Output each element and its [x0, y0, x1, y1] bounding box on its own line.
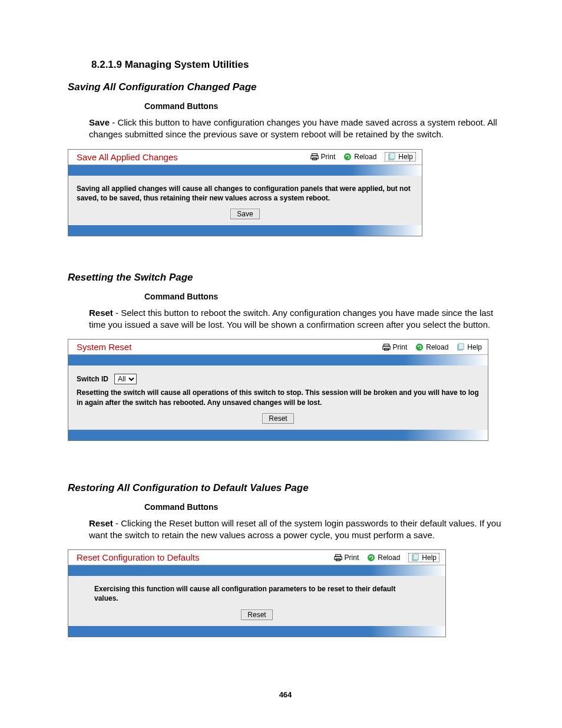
blue-bar	[68, 565, 445, 576]
command-buttons-label: Command Buttons	[144, 292, 503, 301]
save-button[interactable]: Save	[230, 209, 259, 219]
help-label: Help	[422, 554, 437, 562]
print-label: Print	[345, 554, 359, 562]
svg-rect-5	[390, 153, 395, 159]
help-icon	[411, 554, 419, 562]
svg-rect-1	[310, 156, 318, 159]
reset-defaults-button[interactable]: Reset	[241, 610, 272, 620]
panel-header: System Reset Print Reload Help	[68, 340, 488, 355]
reset-label-bold: Reset	[89, 308, 113, 318]
print-label: Print	[321, 153, 336, 161]
svg-rect-11	[459, 344, 464, 350]
help-label: Help	[398, 153, 413, 161]
subsection-title-reset: Resetting the Switch Page	[68, 272, 503, 284]
panel-toolbar: Print Reload Help	[310, 152, 416, 162]
reload-icon	[415, 343, 424, 351]
save-description: Save - Click this button to have configu…	[89, 117, 503, 141]
help-button[interactable]: Help	[408, 553, 439, 562]
blue-bar	[68, 430, 488, 440]
blue-bar	[68, 626, 445, 637]
subsection-title-restore: Restoring All Configuration to Default V…	[68, 482, 503, 494]
save-panel: Save All Applied Changes Print Reload He…	[68, 149, 422, 236]
svg-rect-17	[414, 554, 419, 560]
command-buttons-label: Command Buttons	[144, 101, 503, 111]
blue-bar	[68, 225, 422, 236]
reload-button[interactable]: Reload	[343, 153, 376, 161]
page-number: 464	[68, 690, 503, 699]
print-icon	[382, 343, 391, 351]
reload-label: Reload	[378, 554, 400, 562]
svg-point-3	[345, 153, 351, 160]
subsection-title-save: Saving All Configuration Changed Page	[68, 81, 503, 93]
panel-header: Reset Configuration to Defaults Print Re…	[68, 550, 445, 565]
reset-defaults-panel: Reset Configuration to Defaults Print Re…	[68, 549, 446, 637]
restore-label-bold: Reset	[89, 518, 113, 528]
panel-title: Reset Configuration to Defaults	[77, 552, 334, 562]
print-button[interactable]: Print	[382, 343, 408, 351]
help-icon	[388, 153, 396, 161]
reload-button[interactable]: Reload	[367, 554, 400, 562]
reset-label-rest: - Select this button to reboot the switc…	[89, 308, 493, 330]
panel-toolbar: Print Reload Help	[334, 553, 439, 562]
print-button[interactable]: Print	[310, 153, 336, 161]
command-buttons-label: Command Buttons	[144, 502, 503, 512]
panel-body-text: Exercising this function will cause all …	[77, 584, 437, 603]
panel-header: Save All Applied Changes Print Reload He…	[68, 150, 422, 165]
svg-rect-13	[334, 556, 341, 559]
svg-rect-12	[335, 555, 340, 557]
svg-point-9	[416, 344, 423, 350]
save-label-rest: - Click this button to have configuratio…	[89, 117, 497, 139]
svg-rect-7	[382, 346, 389, 349]
reset-button[interactable]: Reset	[262, 413, 293, 424]
blue-bar	[68, 165, 422, 176]
help-button[interactable]: Help	[385, 152, 416, 162]
restore-description: Reset - Clicking the Reset button will r…	[89, 518, 503, 542]
print-label: Print	[393, 343, 408, 351]
blue-bar	[68, 355, 488, 365]
help-label: Help	[467, 343, 482, 351]
system-reset-panel: System Reset Print Reload Help Switch I	[68, 339, 488, 440]
switch-id-select[interactable]: All	[114, 374, 137, 384]
reload-icon	[343, 153, 352, 161]
panel-toolbar: Print Reload Help	[382, 343, 482, 351]
help-button[interactable]: Help	[457, 343, 482, 351]
svg-point-15	[368, 554, 375, 561]
reload-label: Reload	[354, 153, 376, 161]
panel-title: System Reset	[77, 342, 382, 352]
reset-description: Reset - Select this button to reboot the…	[89, 307, 503, 331]
print-icon	[334, 554, 342, 562]
section-number: 8.2.1.9	[91, 59, 122, 70]
save-label-bold: Save	[89, 117, 110, 127]
restore-label-rest: - Clicking the Reset button will reset a…	[89, 518, 501, 540]
print-button[interactable]: Print	[334, 554, 359, 562]
panel-body: Switch ID All Resetting the switch will …	[68, 365, 488, 429]
reload-button[interactable]: Reload	[415, 343, 448, 351]
panel-body: Saving all applied changes will cause al…	[68, 176, 422, 225]
help-icon	[457, 343, 465, 351]
panel-title: Save All Applied Changes	[77, 152, 310, 162]
print-icon	[310, 153, 319, 161]
svg-rect-6	[384, 344, 389, 347]
section-heading: 8.2.1.9 Managing System Utilities	[91, 59, 503, 71]
panel-body: Exercising this function will cause all …	[68, 576, 445, 625]
section-title: Managing System Utilities	[125, 59, 249, 70]
reload-icon	[367, 554, 375, 562]
panel-body-text: Saving all applied changes will cause al…	[77, 184, 414, 203]
panel-body-text: Resetting the switch will cause all oper…	[77, 388, 480, 407]
switch-id-label: Switch ID	[77, 374, 108, 384]
reload-label: Reload	[426, 343, 448, 351]
